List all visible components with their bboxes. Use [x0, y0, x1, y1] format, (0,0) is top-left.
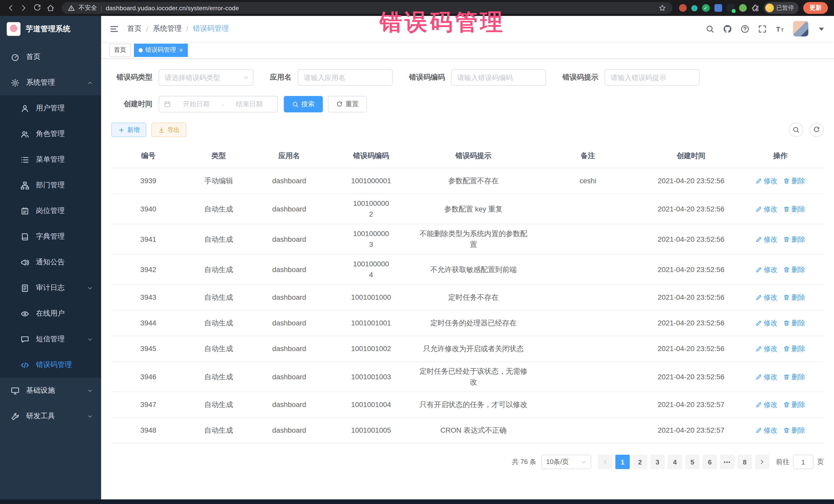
- breadcrumb-item[interactable]: 首页: [127, 24, 142, 34]
- bookmark-star-icon[interactable]: [658, 4, 666, 12]
- address-bar[interactable]: 不安全 | dashboard.yudao.iocoder.cn/system/…: [62, 2, 672, 14]
- app-logo[interactable]: 芋道管理系统: [0, 16, 101, 42]
- table-row[interactable]: 3939 手动编辑 dashboard 1001000001 参数配置不存在 c…: [111, 168, 824, 194]
- sidebar-item[interactable]: 角色管理: [0, 121, 101, 147]
- export-button[interactable]: 导出: [151, 123, 186, 137]
- table-row[interactable]: 3946 自动生成 dashboard 1001001003 定时任务已经处于该…: [111, 362, 824, 392]
- extensions-puzzle-icon[interactable]: [751, 4, 759, 12]
- edit-link[interactable]: 修改: [755, 176, 777, 186]
- error-msg-field[interactable]: [605, 69, 700, 86]
- toggle-search-button[interactable]: [789, 123, 803, 137]
- table-row[interactable]: 3940 自动生成 dashboard 100100000 2 参数配置 key…: [111, 194, 824, 224]
- date-range-picker[interactable]: 开始日期 - 结束日期: [159, 96, 278, 112]
- page-button[interactable]: 8: [738, 455, 752, 469]
- reload-icon[interactable]: [33, 4, 42, 12]
- delete-link[interactable]: 删除: [783, 371, 805, 382]
- delete-link[interactable]: 删除: [783, 318, 805, 328]
- delete-link[interactable]: 删除: [783, 343, 805, 354]
- font-size-icon[interactable]: TT: [775, 24, 784, 33]
- extension-icon[interactable]: [726, 4, 734, 12]
- tag-close-icon[interactable]: ×: [179, 47, 183, 53]
- browser-update-button[interactable]: 更新: [803, 2, 828, 14]
- extension-icon[interactable]: [739, 4, 746, 12]
- fullscreen-icon[interactable]: [758, 24, 767, 33]
- table-row[interactable]: 3944 自动生成 dashboard 1001001001 定时任务的处理器已…: [111, 310, 824, 336]
- refresh-table-button[interactable]: [809, 123, 824, 137]
- goto-page-input[interactable]: [793, 455, 813, 469]
- next-page-button[interactable]: [755, 455, 769, 469]
- page-button[interactable]: 2: [633, 455, 647, 469]
- forward-icon[interactable]: [20, 4, 28, 12]
- breadcrumb-item[interactable]: 系统管理: [153, 24, 182, 34]
- page-button[interactable]: 6: [703, 455, 717, 469]
- extension-icon[interactable]: [714, 4, 722, 12]
- extension-icon[interactable]: [691, 5, 697, 11]
- sidebar-item[interactable]: 字典管理: [0, 224, 101, 249]
- end-date-placeholder[interactable]: 结束日期: [226, 100, 272, 109]
- edit-link[interactable]: 修改: [755, 318, 777, 328]
- error-msg-input[interactable]: [611, 74, 694, 81]
- page-size-select[interactable]: 10条/页: [542, 455, 591, 469]
- add-button[interactable]: 新增: [111, 123, 146, 137]
- app-name-field[interactable]: [298, 69, 393, 86]
- search-icon[interactable]: [706, 24, 715, 33]
- prev-page-button[interactable]: [598, 455, 612, 469]
- table-row[interactable]: 3947 自动生成 dashboard 1001001004 只有开启状态的任务…: [111, 392, 824, 418]
- delete-link[interactable]: 删除: [783, 264, 805, 275]
- sidebar-item[interactable]: 错误码管理: [0, 352, 101, 378]
- sidebar-item[interactable]: 用户管理: [0, 95, 101, 121]
- sidebar-item[interactable]: 研发工具: [0, 403, 101, 429]
- tag-active[interactable]: 错误码管理 ×: [134, 43, 188, 57]
- table-row[interactable]: 3942 自动生成 dashboard 100100000 4 不允许获取敏感配…: [111, 255, 824, 285]
- edit-link[interactable]: 修改: [755, 203, 777, 214]
- delete-link[interactable]: 删除: [783, 425, 805, 436]
- table-row[interactable]: 3943 自动生成 dashboard 1001001000 定时任务不存在 2…: [111, 285, 824, 310]
- start-date-placeholder[interactable]: 开始日期: [173, 100, 220, 109]
- tag-item[interactable]: 首页: [109, 43, 131, 57]
- sidebar-item[interactable]: 菜单管理: [0, 147, 101, 172]
- back-icon[interactable]: [6, 4, 15, 12]
- table-row[interactable]: 3941 自动生成 dashboard 100100000 3 不能删除类型为系…: [111, 224, 824, 255]
- app-name-input[interactable]: [304, 74, 387, 81]
- table-row[interactable]: 3945 自动生成 dashboard 1001001002 只允许修改为开启或…: [111, 336, 824, 362]
- avatar-caret-icon[interactable]: [817, 24, 826, 33]
- sidebar-item[interactable]: 通知公告: [0, 249, 101, 275]
- home-icon[interactable]: [46, 4, 55, 12]
- table-row[interactable]: 3948 自动生成 dashboard 1001001005 CRON 表达式不…: [111, 418, 824, 443]
- edit-link[interactable]: 修改: [755, 371, 777, 382]
- more-pages-button[interactable]: •••: [720, 455, 734, 469]
- sidebar-item[interactable]: 系统管理: [0, 70, 101, 95]
- edit-link[interactable]: 修改: [755, 292, 777, 303]
- sidebar-item[interactable]: 审计日志: [0, 275, 101, 301]
- hamburger-icon[interactable]: [109, 24, 119, 34]
- sidebar-item[interactable]: 在线用户: [0, 301, 101, 326]
- extension-icon[interactable]: ✓: [702, 4, 709, 12]
- delete-link[interactable]: 删除: [783, 176, 805, 186]
- github-icon[interactable]: [723, 24, 732, 33]
- reset-button[interactable]: 重置: [328, 96, 367, 112]
- delete-link[interactable]: 删除: [783, 234, 805, 245]
- sidebar-item[interactable]: 岗位管理: [0, 198, 101, 224]
- error-code-field[interactable]: [451, 69, 546, 86]
- edit-link[interactable]: 修改: [755, 399, 777, 410]
- error-code-input[interactable]: [457, 74, 540, 81]
- edit-link[interactable]: 修改: [755, 343, 777, 354]
- page-button[interactable]: 3: [650, 455, 665, 469]
- error-type-select-input[interactable]: [165, 74, 247, 81]
- page-button[interactable]: 5: [685, 455, 700, 469]
- sidebar-item[interactable]: 首页: [0, 44, 101, 70]
- error-type-select[interactable]: [159, 69, 254, 86]
- browser-profile-badge[interactable]: 已暂停: [764, 2, 798, 14]
- sidebar-item[interactable]: 基础设施: [0, 378, 101, 403]
- edit-link[interactable]: 修改: [755, 264, 777, 275]
- help-icon[interactable]: [741, 24, 749, 33]
- sidebar-item[interactable]: 部门管理: [0, 172, 101, 198]
- edit-link[interactable]: 修改: [755, 234, 777, 245]
- delete-link[interactable]: 删除: [783, 292, 805, 303]
- delete-link[interactable]: 删除: [783, 399, 805, 410]
- page-button[interactable]: 1: [615, 455, 630, 469]
- edit-link[interactable]: 修改: [755, 425, 777, 436]
- user-avatar[interactable]: [793, 21, 808, 37]
- page-button[interactable]: 4: [668, 455, 682, 469]
- sidebar-item[interactable]: 短信管理: [0, 326, 101, 352]
